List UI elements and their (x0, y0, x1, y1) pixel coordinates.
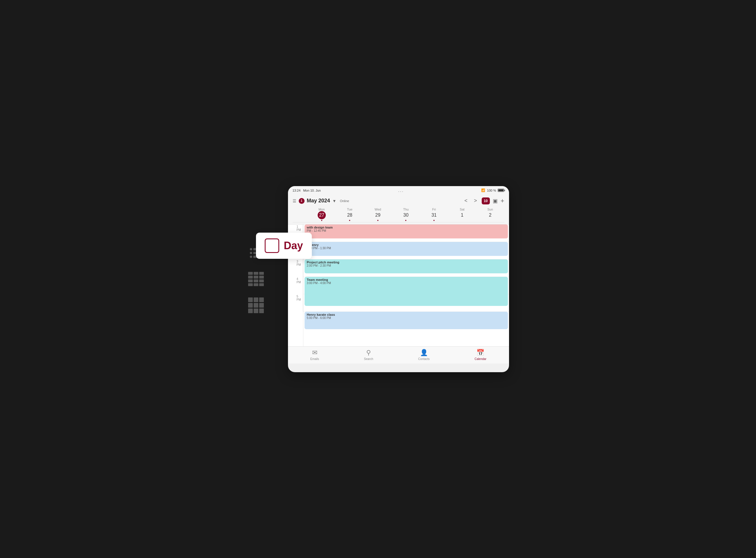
wed-number: 29 (374, 211, 382, 219)
battery-fill (498, 189, 504, 191)
status-bar: 13:24 Mon 10. Jun ... 📶 100 % (288, 186, 509, 195)
day-view-tooltip[interactable]: Day (256, 233, 312, 259)
event-henry-title: p Henry (307, 243, 506, 247)
status-right: 📶 100 % (481, 188, 504, 192)
week-day-sat[interactable]: Sat 1 (448, 206, 476, 222)
event-design-team[interactable]: with design team PM - 12:45 PM (305, 225, 508, 238)
today-button[interactable]: 10 (482, 198, 490, 204)
list-dot-2 (250, 252, 252, 254)
scene: Day 13:24 Mon 10. Jun ... 📶 100 % (247, 175, 509, 384)
status-dots: ... (398, 188, 404, 193)
week-header: Mon 27 Tue 28 Wed 29 Th (293, 206, 504, 223)
week-day-thu[interactable]: Thu 30 (392, 206, 420, 222)
fri-dot (433, 220, 434, 221)
search-icon: ⚲ (366, 349, 371, 356)
contacts-label: Contacts (418, 357, 430, 360)
time-grid: 1PM 2PM 3PM 4PM 5PM (288, 225, 509, 346)
thu-dot (405, 220, 406, 221)
event-henry-time: 1:00 PM - 1:30 PM (307, 247, 506, 250)
week-day-wed[interactable]: Wed 29 (364, 206, 392, 222)
mon-number: 27 (318, 211, 326, 219)
mon-dot (321, 220, 322, 221)
sun-number: 2 (486, 211, 494, 219)
calendar-header: ☰ 1 May 2024 ▼ Online < > 10 ▣ + (288, 195, 509, 225)
status-time-date: 13:24 Mon 10. Jun (293, 189, 321, 192)
wifi-icon: 📶 (481, 188, 485, 192)
online-badge: Online (340, 199, 349, 203)
ipad-frame: 13:24 Mon 10. Jun ... 📶 100 % ☰ (288, 186, 509, 372)
event-pitch[interactable]: Project pitch meeting 2:00 PM - 2:30 PM (305, 259, 508, 273)
tab-contacts[interactable]: 👤 Contacts (418, 349, 430, 360)
search-label: Search (364, 357, 373, 360)
thu-label: Thu (393, 208, 420, 211)
contacts-icon: 👤 (420, 349, 428, 356)
battery-icon (498, 189, 504, 192)
status-date: Mon 10. Jun (303, 189, 321, 192)
sat-label: Sat (449, 208, 476, 211)
prev-button[interactable]: < (463, 197, 470, 204)
status-time: 13:24 (293, 189, 301, 192)
calendar-title-row: ☰ 1 May 2024 ▼ Online < > 10 ▣ + (293, 197, 504, 205)
calendar-icon: 📅 (476, 349, 484, 356)
calendar-right: < > 10 ▣ + (463, 197, 504, 205)
week-day-mon[interactable]: Mon 27 (308, 206, 336, 222)
list-dot-1 (250, 248, 252, 250)
event-pitch-time: 2:00 PM - 2:30 PM (307, 264, 506, 267)
event-karate[interactable]: Henry karate class 5:00 PM - 6:00 PM (305, 312, 508, 329)
event-karate-time: 5:00 PM - 6:00 PM (307, 316, 506, 320)
wed-label: Wed (364, 208, 392, 211)
view-mode-button[interactable]: ▣ (493, 198, 498, 204)
emails-label: Emails (310, 357, 319, 360)
week-day-tue[interactable]: Tue 28 (336, 206, 364, 222)
event-design-team-time: PM - 12:45 PM (307, 229, 506, 232)
menu-icon[interactable]: ☰ (293, 199, 296, 203)
tab-emails[interactable]: ✉ Emails (310, 349, 319, 360)
time-slot-5pm: 5PM (288, 294, 303, 312)
next-button[interactable]: > (472, 197, 479, 204)
tab-search[interactable]: ⚲ Search (364, 349, 373, 360)
tue-number: 28 (346, 211, 354, 219)
tue-label: Tue (336, 208, 363, 211)
day-label: Day (284, 239, 303, 252)
week-day-fri[interactable]: Fri 31 (420, 206, 448, 222)
sat-number: 1 (458, 211, 466, 219)
calendar-label: Calendar (475, 357, 487, 360)
event-team-meeting[interactable]: Team meeting 3:00 PM - 4:00 PM (305, 277, 508, 306)
tab-calendar[interactable]: 📅 Calendar (475, 349, 487, 360)
time-slot-3pm: 3PM (288, 259, 303, 277)
tue-dot (349, 220, 350, 221)
emails-icon: ✉ (312, 349, 317, 356)
event-pitch-title: Project pitch meeting (307, 260, 506, 264)
list-dot-3 (250, 256, 252, 258)
tab-bar: ✉ Emails ⚲ Search 👤 Contacts 📅 Calendar (288, 346, 509, 363)
event-team-meeting-title: Team meeting (307, 278, 506, 281)
thu-number: 30 (402, 211, 410, 219)
mon-label: Mon (308, 208, 335, 211)
dropdown-arrow-icon[interactable]: ▼ (332, 199, 336, 203)
calendar-body: 1PM 2PM 3PM 4PM 5PM (288, 225, 509, 346)
column-view-icon[interactable] (247, 272, 265, 286)
event-karate-title: Henry karate class (307, 313, 506, 316)
fri-number: 31 (430, 211, 438, 219)
week-time-spacer (293, 206, 308, 222)
event-henry[interactable]: p Henry 1:00 PM - 1:30 PM (305, 242, 508, 256)
calendar-month-year[interactable]: May 2024 (307, 198, 330, 204)
calendar-left: ☰ 1 May 2024 ▼ Online (293, 198, 349, 204)
events-column: with design team PM - 12:45 PM p Henry 1… (303, 225, 509, 346)
wed-dot (377, 220, 378, 221)
sun-label: Sun (477, 208, 504, 211)
battery-percent: 100 % (487, 189, 496, 192)
fri-label: Fri (421, 208, 448, 211)
notification-badge: 1 (299, 198, 305, 204)
grid-view-icon[interactable] (247, 298, 265, 312)
time-slot-4pm: 4PM (288, 277, 303, 294)
add-event-button[interactable]: + (501, 197, 504, 205)
event-design-team-title: with design team (307, 226, 506, 229)
event-team-meeting-time: 3:00 PM - 4:00 PM (307, 281, 506, 285)
week-day-sun[interactable]: Sun 2 (476, 206, 504, 222)
day-icon (265, 238, 279, 253)
